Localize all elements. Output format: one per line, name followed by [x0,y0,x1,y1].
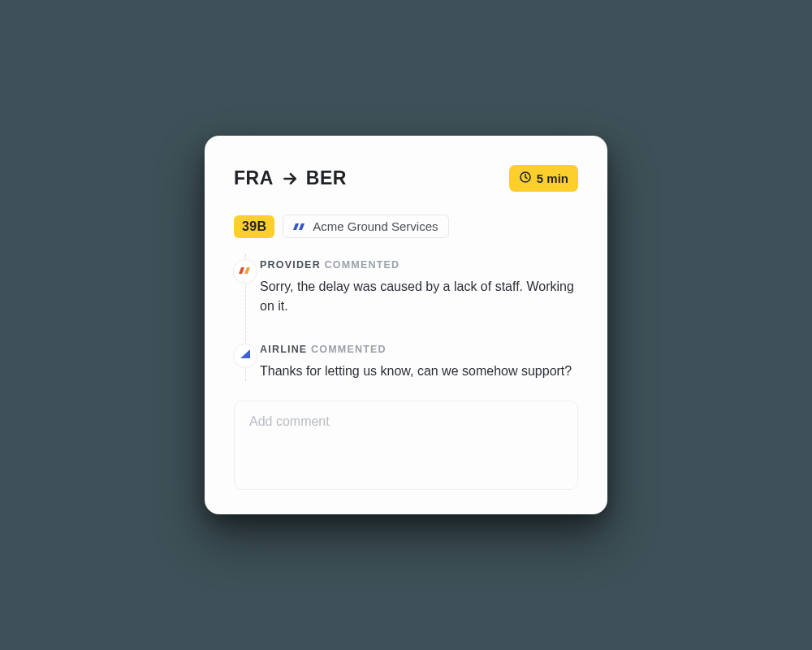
avatar [233,344,257,368]
provider-logo-icon [293,222,306,232]
timeline: PROVIDER COMMENTED Sorry, the delay was … [237,254,578,381]
card-header: FRA BER 5 min [234,165,578,192]
route-destination: BER [306,167,347,189]
flight-card: FRA BER 5 min 39B Acme Ground Services [205,136,607,514]
comment-input[interactable] [249,414,563,458]
comment-box[interactable] [234,401,578,490]
provider-chip-label: Acme Ground Services [313,219,438,233]
timeline-role: AIRLINE [260,344,307,355]
timeline-item-meta: PROVIDER COMMENTED [260,259,578,271]
airline-avatar-icon [239,349,252,363]
timeline-item-meta: AIRLINE COMMENTED [260,344,578,355]
route: FRA BER [234,167,347,189]
tags-row: 39B Acme Ground Services [234,214,578,238]
time-badge-label: 5 min [537,171,568,185]
clock-icon [519,171,532,186]
time-badge: 5 min [509,165,578,192]
timeline-action: COMMENTED [311,344,387,355]
provider-chip[interactable]: Acme Ground Services [283,214,448,238]
timeline-action: COMMENTED [325,259,400,271]
route-origin: FRA [234,167,274,189]
timeline-body: Sorry, the delay was caused by a lack of… [260,277,578,316]
arrow-right-icon [282,171,298,187]
timeline-item: AIRLINE COMMENTED Thanks for letting us … [260,344,578,381]
timeline-item: PROVIDER COMMENTED Sorry, the delay was … [260,259,578,316]
provider-avatar-icon [239,264,252,279]
timeline-body: Thanks for letting us know, can we someh… [260,362,578,381]
timeline-role: PROVIDER [260,259,321,271]
avatar [233,259,257,284]
gate-badge: 39B [234,215,274,238]
